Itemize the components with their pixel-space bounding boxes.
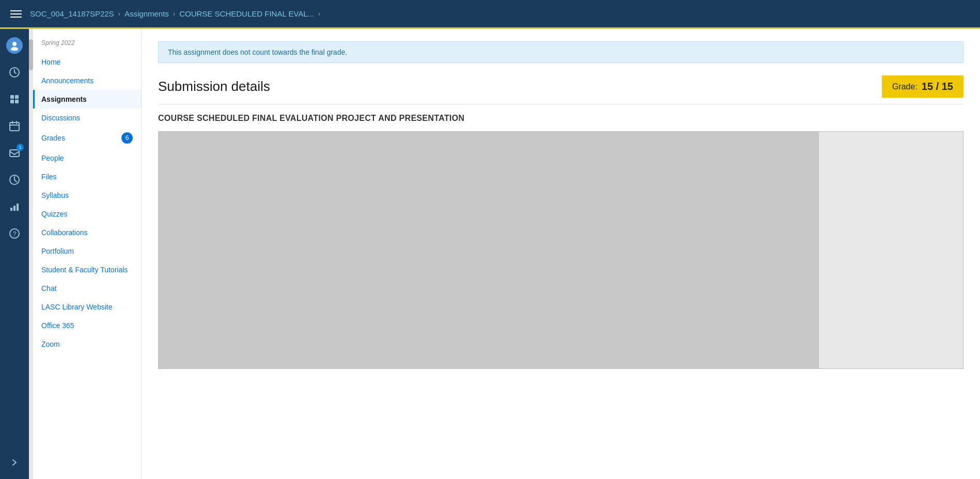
svg-rect-14 xyxy=(13,206,15,211)
sidebar-item-zoom[interactable]: Zoom xyxy=(33,335,141,353)
sidebar-item-grades-label: Grades xyxy=(41,134,65,142)
grades-badge: 6 xyxy=(121,132,133,144)
sidebar-scroll-thumb[interactable] xyxy=(29,39,33,70)
sidebar-item-home[interactable]: Home xyxy=(33,53,141,71)
sidebar-item-office365[interactable]: Office 365 xyxy=(33,316,141,335)
rail-item-analytics[interactable] xyxy=(2,194,27,219)
svg-rect-5 xyxy=(10,100,14,103)
preview-sidebar-panel xyxy=(818,132,963,368)
breadcrumb-current: COURSE SCHEDULED FINAL EVAL... xyxy=(179,9,314,18)
svg-rect-3 xyxy=(10,95,14,99)
sidebar-season: Spring 2022 xyxy=(33,35,141,53)
rail-item-calendar[interactable] xyxy=(2,114,27,138)
submission-title: Submission details xyxy=(158,79,270,95)
sidebar-scroll-track xyxy=(29,29,33,479)
preview-main xyxy=(159,132,818,368)
svg-point-0 xyxy=(12,42,17,46)
sidebar-item-announcements[interactable]: Announcements xyxy=(33,71,141,90)
breadcrumb-assignments[interactable]: Assignments xyxy=(125,9,169,18)
grade-value: 15 / 15 xyxy=(922,81,953,92)
rail-item-inbox[interactable]: 1 xyxy=(2,141,27,165)
svg-rect-4 xyxy=(15,95,19,99)
svg-rect-6 xyxy=(15,100,19,103)
submission-header: Submission details Grade: 15 / 15 xyxy=(158,75,963,98)
notice-banner: This assignment does not count towards t… xyxy=(158,41,963,63)
submission-preview-area xyxy=(158,131,963,369)
breadcrumb-sep-2: › xyxy=(173,10,175,18)
sidebar-item-lasc-library[interactable]: LASC Library Website xyxy=(33,298,141,316)
sidebar-item-grades[interactable]: Grades 6 xyxy=(33,127,141,149)
sidebar-item-collaborations[interactable]: Collaborations xyxy=(33,223,141,242)
avatar xyxy=(6,37,23,54)
sidebar-item-chat[interactable]: Chat xyxy=(33,279,141,298)
breadcrumb-sep-1: › xyxy=(118,10,120,18)
breadcrumb-course[interactable]: SOC_004_14187SP22S xyxy=(30,9,114,18)
svg-rect-7 xyxy=(10,122,19,131)
sidebar-item-syllabus[interactable]: Syllabus xyxy=(33,186,141,205)
icon-rail: 1 ? xyxy=(0,29,29,479)
breadcrumb-sep-3: › xyxy=(318,10,320,18)
svg-rect-11 xyxy=(10,150,19,157)
svg-point-1 xyxy=(11,47,18,51)
rail-item-dashboard[interactable] xyxy=(2,60,27,85)
rail-item-help[interactable]: ? xyxy=(2,221,27,246)
main-layout: 1 ? Spring 2022 Home Announcements Assig… xyxy=(0,29,980,479)
sidebar-item-discussions[interactable]: Discussions xyxy=(33,109,141,127)
rail-item-history[interactable] xyxy=(2,167,27,192)
content-area: This assignment does not count towards t… xyxy=(142,29,980,479)
inbox-badge: 1 xyxy=(17,144,24,151)
sidebar-item-assignments[interactable]: Assignments xyxy=(33,90,141,109)
divider xyxy=(158,104,963,104)
top-bar: SOC_004_14187SP22S › Assignments › COURS… xyxy=(0,0,980,29)
rail-item-collapse[interactable] xyxy=(2,450,27,475)
breadcrumb: SOC_004_14187SP22S › Assignments › COURS… xyxy=(30,9,320,18)
grade-badge: Grade: 15 / 15 xyxy=(882,75,963,98)
grade-label: Grade: xyxy=(892,82,917,91)
svg-text:?: ? xyxy=(13,230,17,238)
sidebar-item-people[interactable]: People xyxy=(33,149,141,167)
sidebar-item-quizzes[interactable]: Quizzes xyxy=(33,205,141,223)
sidebar-item-student-faculty-tutorials[interactable]: Student & Faculty Tutorials xyxy=(33,260,141,279)
rail-item-courses[interactable] xyxy=(2,87,27,112)
menu-toggle[interactable] xyxy=(8,8,24,20)
assignment-title: COURSE SCHEDULED FINAL EVALUATION PROJEC… xyxy=(158,114,963,123)
svg-rect-13 xyxy=(10,208,12,211)
sidebar-item-portfolium[interactable]: Portfolium xyxy=(33,242,141,260)
sidebar-item-files[interactable]: Files xyxy=(33,167,141,186)
course-sidebar: Spring 2022 Home Announcements Assignmen… xyxy=(33,29,142,479)
rail-item-account[interactable] xyxy=(2,33,27,58)
svg-rect-15 xyxy=(17,204,19,211)
